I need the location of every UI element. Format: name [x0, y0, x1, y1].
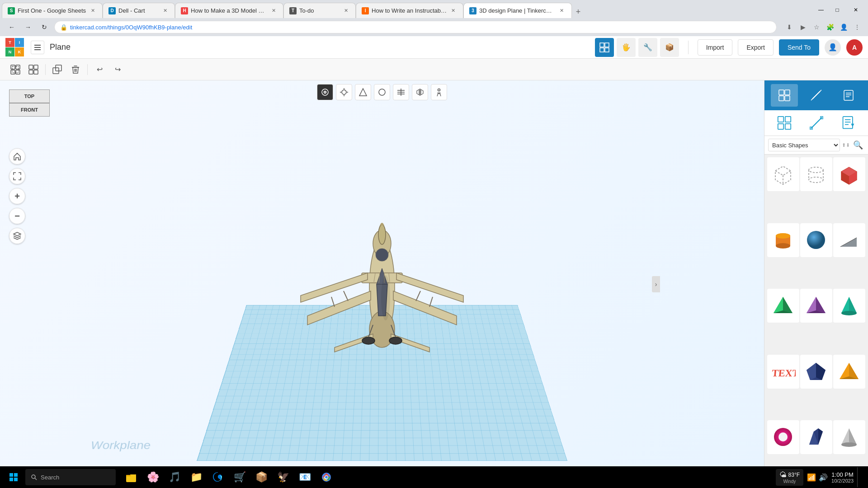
- taskbar-app-dropbox[interactable]: 📦: [251, 467, 271, 487]
- user-account[interactable]: 👤: [825, 39, 841, 56]
- taskbar-app-outlook[interactable]: 📧: [295, 467, 315, 487]
- taskbar-app-music[interactable]: 🎵: [165, 467, 184, 487]
- duplicate-button[interactable]: [49, 61, 66, 78]
- panel-collapse-arrow[interactable]: ›: [652, 276, 660, 292]
- tab-4[interactable]: T To-do ✕: [283, 3, 356, 18]
- address-bar[interactable]: 🔒 tinkercad.com/things/0OqW90fhKB9-plane…: [54, 21, 777, 33]
- redo-button[interactable]: ↪: [109, 61, 126, 78]
- shapes-category-select[interactable]: Basic Shapes: [768, 139, 840, 151]
- extension-icon[interactable]: 🧩: [825, 22, 835, 33]
- window-minimize[interactable]: —: [813, 2, 829, 18]
- cube-front-face[interactable]: FRONT: [9, 103, 50, 117]
- nav-refresh[interactable]: ↻: [38, 21, 51, 33]
- show-desktop-button[interactable]: [857, 467, 861, 487]
- view-cube[interactable]: TOP FRONT: [9, 89, 50, 130]
- weather-widget[interactable]: 🌤 83°F Windy: [776, 469, 803, 486]
- taskbar-app-snagit[interactable]: 🦅: [273, 467, 293, 487]
- shape-sphere[interactable]: [800, 223, 832, 257]
- nav-back[interactable]: ←: [5, 21, 18, 33]
- shape-cone-teal[interactable]: [833, 289, 865, 323]
- delete-button[interactable]: [67, 61, 84, 78]
- taskbar-app-file-explorer[interactable]: [121, 467, 141, 487]
- panel-shapes-tab[interactable]: [772, 113, 797, 133]
- shape-text[interactable]: TEXT: [767, 355, 799, 389]
- panel-ruler-button[interactable]: [803, 84, 830, 107]
- group-button[interactable]: [7, 61, 24, 78]
- layers-button[interactable]: [9, 228, 25, 244]
- undo-button[interactable]: ↩: [91, 61, 108, 78]
- shape-pyramid-green[interactable]: [767, 289, 799, 323]
- wrench-button[interactable]: 🔧: [638, 38, 657, 57]
- taskbar-app-mail[interactable]: 📁: [186, 467, 206, 487]
- menu-icon[interactable]: [31, 41, 44, 54]
- taskbar-app-amazon[interactable]: 🛒: [230, 467, 250, 487]
- panel-ruler-tab[interactable]: [804, 113, 829, 133]
- window-maximize[interactable]: □: [829, 2, 845, 18]
- shape-wedge[interactable]: [833, 223, 865, 257]
- figure-tool[interactable]: [431, 84, 447, 100]
- shape-torus[interactable]: [767, 420, 799, 454]
- tab-6-close[interactable]: ✕: [558, 7, 566, 15]
- tab-5-close[interactable]: ✕: [449, 7, 458, 15]
- cast-icon[interactable]: ▶: [797, 22, 808, 33]
- zoom-out-button[interactable]: −: [9, 208, 25, 224]
- plane-model-container[interactable]: [264, 185, 500, 366]
- panel-grid-button[interactable]: [771, 84, 798, 107]
- new-tab-button[interactable]: +: [572, 5, 585, 18]
- network-icon[interactable]: 📶: [807, 473, 816, 482]
- light-tool[interactable]: [336, 84, 352, 100]
- tab-4-close[interactable]: ✕: [342, 7, 350, 15]
- profile-icon[interactable]: 👤: [838, 22, 849, 33]
- send-to-button[interactable]: Send To: [779, 39, 819, 56]
- tab-3-close[interactable]: ✕: [269, 7, 278, 15]
- tab-2[interactable]: D Dell - Cart ✕: [103, 3, 175, 18]
- tab-5[interactable]: I How to Write an Instructab… ✕: [356, 3, 463, 18]
- circle-tool[interactable]: [374, 84, 390, 100]
- tab-3[interactable]: H How to Make a 3D Model P… ✕: [175, 3, 283, 18]
- start-button[interactable]: [4, 468, 24, 486]
- import-button[interactable]: Import: [698, 39, 733, 56]
- view-3d-button[interactable]: [595, 38, 614, 57]
- handtool-button[interactable]: 🖐: [617, 38, 636, 57]
- shape-box[interactable]: [833, 157, 865, 191]
- taskbar-search[interactable]: Search: [25, 469, 116, 485]
- search-button[interactable]: 🔍: [852, 139, 864, 151]
- nav-forward[interactable]: →: [22, 21, 34, 33]
- zoom-in-button[interactable]: +: [9, 188, 25, 204]
- tab-2-close[interactable]: ✕: [161, 7, 169, 15]
- export-button[interactable]: Export: [738, 39, 773, 56]
- shape-cone2[interactable]: [833, 420, 865, 454]
- mirror-tool[interactable]: [412, 84, 428, 100]
- taskbar-app-photos[interactable]: 🌸: [143, 467, 163, 487]
- viewport[interactable]: TOP FRONT +: [0, 80, 764, 488]
- align-tool[interactable]: [393, 84, 409, 100]
- tab-1-close[interactable]: ✕: [89, 7, 97, 15]
- shape-cylinder-hole[interactable]: [800, 157, 832, 191]
- shape-pyramid-purple[interactable]: [800, 289, 832, 323]
- shape-paraboloid[interactable]: [800, 420, 832, 454]
- user-avatar[interactable]: A: [846, 39, 863, 56]
- fit-view-button[interactable]: [9, 168, 25, 184]
- ungroup-button[interactable]: [25, 61, 42, 78]
- tinkercad-logo[interactable]: T I N K: [5, 38, 25, 56]
- panel-note-tab[interactable]: [836, 113, 861, 133]
- clock[interactable]: 1:00 PM 10/2/2023: [831, 471, 854, 483]
- home-view-button[interactable]: [9, 148, 25, 164]
- window-close[interactable]: ✕: [845, 2, 866, 18]
- taskbar-app-chrome[interactable]: [316, 467, 336, 487]
- shape-tool[interactable]: [355, 84, 371, 100]
- more-icon[interactable]: ⋮: [852, 22, 863, 33]
- shape-cylinder[interactable]: [767, 223, 799, 257]
- shape-box-hole[interactable]: [767, 157, 799, 191]
- download-icon[interactable]: ⬇: [784, 22, 795, 33]
- tab-6[interactable]: 3 3D design Plane | Tinkerca… ✕: [463, 3, 572, 18]
- tab-1[interactable]: S First One - Google Sheets ✕: [2, 3, 103, 18]
- shape-pentagon[interactable]: [800, 355, 832, 389]
- volume-icon[interactable]: 🔊: [819, 473, 828, 482]
- bookmark-icon[interactable]: ☆: [811, 22, 822, 33]
- export-button-icon[interactable]: 📦: [660, 38, 679, 57]
- panel-note-button[interactable]: [835, 84, 862, 107]
- taskbar-app-edge[interactable]: [208, 467, 228, 487]
- cube-top-face[interactable]: TOP: [9, 89, 50, 103]
- camera-tool[interactable]: [317, 84, 333, 100]
